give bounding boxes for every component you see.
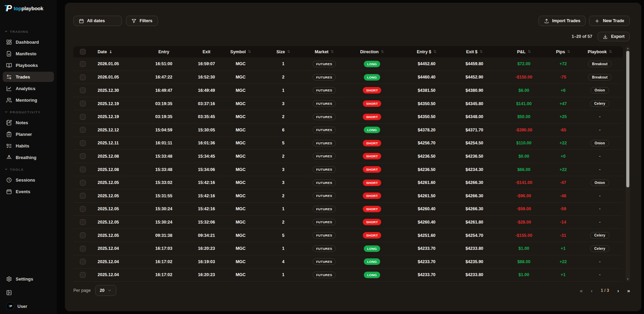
row-checkbox[interactable] — [80, 193, 86, 199]
table-scrollbar[interactable]: ▲ ▼ — [626, 46, 630, 282]
row-checkbox[interactable] — [80, 61, 86, 67]
notes-icon — [6, 120, 12, 126]
table-row[interactable]: 2025.12.0515:33:0215:42:16MGC3FUTURESSHO… — [73, 176, 623, 189]
column-header-p-l[interactable]: P&L⇅ — [498, 49, 549, 54]
column-header-market[interactable]: Market⇅ — [307, 49, 341, 54]
row-checkbox[interactable] — [80, 246, 86, 252]
column-header-pips[interactable]: Pips⇅ — [549, 49, 577, 54]
table-row[interactable]: 2025.12.0515:31:5515:42:16MGC2FUTURESSHO… — [73, 189, 623, 202]
export-button[interactable]: Export — [598, 32, 630, 41]
scrollbar-up-icon[interactable]: ▲ — [626, 46, 630, 51]
brand-logo[interactable]: TP topplaybook — [4, 4, 43, 13]
column-header-size[interactable]: Size⇅ — [259, 49, 307, 54]
table-row[interactable]: 2025.12.1903:19:3503:37:16MGC3FUTURESSHO… — [73, 97, 623, 110]
sidebar-item-dashboard[interactable]: Dashboard — [3, 37, 54, 47]
column-header-date[interactable]: Date↓ — [92, 49, 137, 54]
trade-entry-price: $4452.60 — [418, 61, 435, 66]
table-row[interactable]: 2025.12.0815:33:4815:34:45MGC2FUTURESSHO… — [73, 149, 623, 163]
row-checkbox[interactable] — [80, 219, 86, 225]
page-indicator: 1 / 3 — [601, 288, 609, 293]
table-row[interactable]: 2025.12.1903:19:3503:35:45MGC2FUTURESSHO… — [73, 110, 623, 123]
table-row[interactable]: 2025.12.3016:49:4716:49:49MGC1FUTURESSHO… — [73, 84, 623, 97]
row-checkbox[interactable] — [80, 101, 86, 106]
import-trades-button[interactable]: Import Trades — [539, 16, 586, 26]
scrollbar-down-icon[interactable]: ▼ — [626, 277, 630, 281]
row-checkbox[interactable] — [80, 259, 86, 265]
table-row[interactable]: 2026.01.0516:51:0016:59:07MGC1FUTURESLON… — [73, 57, 623, 71]
sidebar-item-settings[interactable]: Settings — [3, 274, 54, 284]
sidebar-item-analytics[interactable]: Analytics — [3, 83, 54, 94]
row-checkbox[interactable] — [80, 232, 86, 238]
table-row[interactable]: 2025.12.0416:17:0216:20:23MGC1FUTURESLON… — [73, 268, 623, 282]
trade-symbol: MGC — [235, 88, 245, 93]
cell-date: 2025.12.05 — [92, 206, 137, 211]
row-checkbox[interactable] — [80, 114, 86, 120]
row-checkbox[interactable] — [80, 167, 86, 172]
sidebar-item-habits[interactable]: Habits — [3, 141, 54, 151]
column-header-exit[interactable]: Exit — [191, 49, 222, 54]
row-checkbox[interactable] — [80, 127, 86, 133]
sidebar-section-productivity[interactable]: PRODUCTIVITY — [0, 109, 57, 115]
cell-playbook: - — [577, 259, 623, 264]
prev-page-button[interactable]: ‹ — [591, 288, 592, 293]
table-row[interactable]: 2025.12.0515:30:2415:42:16MGC1FUTURESSHO… — [73, 202, 623, 216]
sidebar-item-events[interactable]: Events — [3, 186, 54, 197]
table-row[interactable]: 2025.12.1215:04:5915:30:05MGC6FUTURESLON… — [73, 123, 623, 137]
sidebar-item-playbooks[interactable]: Playbooks — [3, 60, 54, 70]
row-checkbox[interactable] — [80, 153, 86, 159]
sidebar-section-tools[interactable]: TOOLS — [0, 166, 57, 173]
chevron-down-icon — [108, 288, 112, 292]
new-trade-button[interactable]: New Trade — [589, 16, 630, 26]
column-header-direction[interactable]: Direction⇅ — [341, 49, 403, 54]
date-range-button[interactable]: All dates — [73, 16, 122, 26]
table-row[interactable]: 2025.12.0416:17:0216:19:03MGC4FUTURESLON… — [73, 255, 623, 268]
sidebar-user[interactable]: TP User — [3, 301, 54, 311]
row-checkbox[interactable] — [80, 206, 86, 212]
direction-badge: LONG — [364, 127, 381, 133]
cell-pnl: $88.00 — [498, 259, 549, 264]
row-checkbox-cell — [73, 180, 92, 186]
sidebar-item-notes[interactable]: Notes — [3, 117, 54, 128]
per-page-select[interactable]: 20 — [95, 285, 116, 296]
sidebar-item-planner[interactable]: Planner — [3, 129, 54, 139]
table-row[interactable]: 2025.12.0509:31:3809:34:21MGC5FUTURESSHO… — [73, 229, 623, 242]
sidebar-item-breathing[interactable]: Breathing — [3, 152, 54, 162]
sidebar-item-label: Mentoring — [16, 98, 37, 103]
sidebar-item-mentoring[interactable]: Mentoring — [3, 95, 54, 105]
playbooks-icon — [6, 62, 12, 68]
table-row[interactable]: 2026.01.0516:47:2216:52:30MGC2FUTURESLON… — [73, 71, 623, 84]
column-header-symbol[interactable]: Symbol⇅ — [222, 49, 259, 54]
table-row[interactable]: 2025.12.0515:30:2415:32:06MGC2FUTURESSHO… — [73, 215, 623, 229]
trade-exit-time: 15:34:45 — [198, 154, 215, 159]
last-page-button[interactable]: » — [627, 288, 630, 293]
row-checkbox[interactable] — [80, 87, 86, 93]
cell-symbol: MGC — [222, 180, 259, 185]
sidebar-item-trades[interactable]: Trades — [3, 72, 54, 82]
trade-pnl: $66.00 — [517, 167, 530, 172]
column-header-playbook[interactable]: Playbook⇅ — [577, 49, 623, 54]
scrollbar-thumb[interactable] — [626, 51, 629, 187]
first-page-button[interactable]: « — [580, 288, 583, 293]
column-header-exit[interactable]: Exit $⇅ — [450, 49, 498, 54]
sidebar-item-sessions[interactable]: Sessions — [3, 175, 54, 185]
column-header-entry[interactable]: Entry — [137, 49, 191, 54]
table-row[interactable]: 2025.12.0815:33:4815:34:06MGC3FUTURESSHO… — [73, 163, 623, 176]
next-page-button[interactable]: › — [617, 288, 619, 293]
trade-size: 3 — [282, 180, 285, 185]
filters-button[interactable]: Filters — [126, 16, 158, 26]
row-checkbox[interactable] — [80, 74, 86, 80]
row-checkbox[interactable] — [80, 180, 86, 186]
row-checkbox[interactable] — [80, 140, 86, 146]
table-row[interactable]: 2025.12.0416:17:0316:20:23MGC1FUTURESLON… — [73, 242, 623, 255]
cell-pips: +1 — [549, 246, 577, 251]
select-all-checkbox[interactable] — [80, 49, 86, 55]
sidebar-section-trading[interactable]: TRADING — [0, 28, 57, 35]
sidebar-item-manifesto[interactable]: Manifesto — [3, 48, 54, 59]
row-checkbox[interactable] — [80, 272, 86, 278]
sidebar-collapse-button[interactable] — [3, 287, 54, 298]
table-row[interactable]: 2025.12.1116:01:1116:01:36MGC5FUTURESSHO… — [73, 137, 623, 150]
download-icon — [603, 34, 608, 39]
cell-entry: 15:04:59 — [137, 128, 191, 132]
column-header-entry[interactable]: Entry $⇅ — [403, 49, 450, 54]
table-header-row: Date↓EntryExitSymbol⇅Size⇅Market⇅Directi… — [73, 46, 623, 57]
